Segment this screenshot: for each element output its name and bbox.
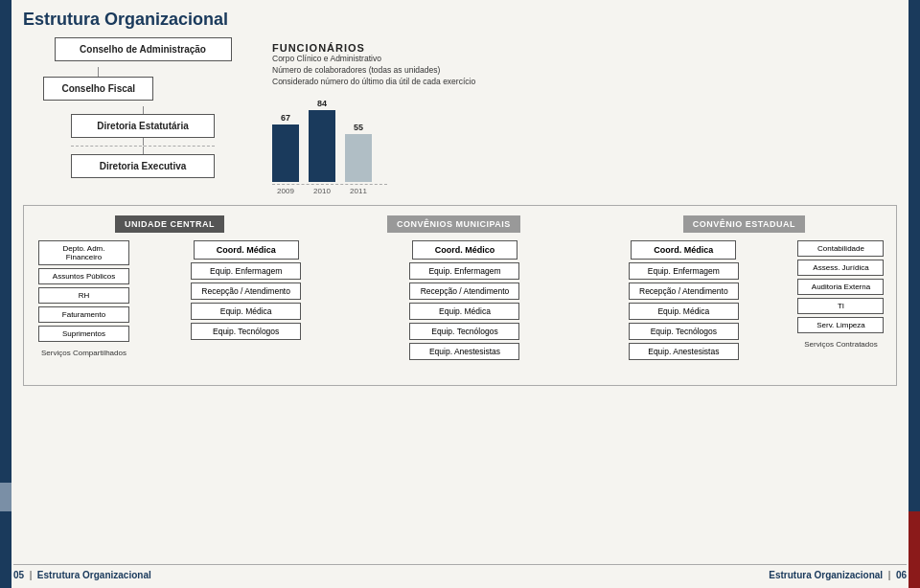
bar-2010-value: 84 (317, 99, 327, 108)
page-title: Estrutura Organizacional (23, 10, 897, 30)
coord-1-item-3: Equip. Tecnólogos (409, 323, 519, 340)
coord-0-item-2: Equip. Médica (191, 303, 301, 320)
top-section: Conselho de Administração Conselho Fisca… (23, 37, 897, 195)
coord-col-1: Coord. Médica Equip. Enfermagem Recepção… (139, 240, 353, 340)
func-line2: Número de colaboradores (todas as unidad… (272, 65, 897, 77)
footer-left: 05 | Estrutura Organizacional (13, 570, 151, 580)
footer-right-num: 06 (896, 570, 907, 580)
footer-left-text: Estrutura Organizacional (37, 570, 151, 580)
left-item-0: Depto. Adm. Financeiro (38, 240, 129, 265)
coord-1-item-2: Equip. Médica (409, 303, 519, 320)
left-column: Depto. Adm. Financeiro Assuntos Públicos… (34, 240, 134, 357)
sections-row: UNIDADE CENTRAL CONVÊNIOS MUNICIPAIS CON… (34, 215, 886, 233)
right-accent-bar (908, 0, 920, 588)
year-2009: 2009 (272, 187, 299, 195)
section-convenio-estadual: CONVÊNIO ESTADUAL (683, 215, 805, 233)
bar-2011-value: 55 (354, 123, 363, 132)
year-2010: 2010 (309, 187, 335, 195)
bar-2010-rect (309, 110, 335, 182)
func-title: FUNCIONÁRIOS (272, 42, 897, 54)
right-item-1: Assess. Jurídica (797, 260, 884, 276)
section-convenios-municipais: CONVÊNIOS MUNICIPAIS (387, 215, 520, 233)
coord-title-1: Coord. Médico (412, 240, 518, 260)
coord-0-item-0: Equip. Enfermagem (191, 262, 301, 280)
footer-right: Estrutura Organizacional | 06 (769, 570, 907, 580)
right-item-0: Contabilidade (797, 240, 884, 257)
org-top-left: Conselho de Administração Conselho Fisca… (23, 37, 234, 178)
year-2011: 2011 (345, 187, 372, 195)
coord-2-item-3: Equip. Tecnólogos (629, 323, 739, 340)
footer-right-text: Estrutura Organizacional (769, 570, 883, 580)
bar-2009: 67 (272, 113, 299, 182)
footer: 05 | Estrutura Organizacional Estrutura … (13, 564, 907, 580)
right-column: Contabilidade Assess. Jurídica Auditoria… (795, 240, 886, 349)
coord-0-item-3: Equip. Tecnólogos (191, 323, 301, 340)
coord-col-3: Coord. Médica Equip. Enfermagem Recepção… (577, 240, 791, 375)
bar-2011: 55 (345, 123, 372, 182)
coord-2-item-2: Equip. Médica (629, 303, 739, 320)
bar-2009-rect (272, 124, 299, 182)
section-unidade-central: UNIDADE CENTRAL (115, 215, 224, 233)
diretoria-exec-box: Diretoria Executiva (71, 154, 215, 178)
coord-title-2: Coord. Médica (631, 240, 736, 260)
org-main: UNIDADE CENTRAL CONVÊNIOS MUNICIPAIS CON… (23, 205, 897, 386)
conselho-admin-box: Conselho de Administração (55, 37, 232, 61)
coord-2-item-4: Equip. Anestesistas (629, 343, 739, 360)
coord-1-item-4: Equip. Anestesistas (409, 343, 519, 360)
func-line3: Considerado número do último dia útil de… (272, 77, 897, 88)
left-item-4: Suprimentos (38, 326, 129, 342)
diretoria-estat-box: Diretoria Estatutária (71, 114, 215, 138)
conselho-fiscal-box: Conselho Fiscal (43, 77, 153, 101)
right-item-4: Serv. Limpeza (797, 317, 884, 333)
bar-2010: 84 (309, 99, 335, 182)
coord-1-item-0: Equip. Enfermagem (409, 262, 519, 280)
coord-col-2: Coord. Médico Equip. Enfermagem Recepção… (357, 240, 571, 375)
coord-1-item-1: Recepção / Atendimento (409, 283, 519, 300)
right-item-3: TI (797, 298, 884, 314)
footer-left-num: 05 (13, 570, 24, 580)
funcionarios-section: FUNCIONÁRIOS Corpo Clínico e Administrat… (253, 37, 897, 195)
left-item-3: Faturamento (38, 306, 129, 323)
coord-title-0: Coord. Médica (194, 240, 299, 260)
columns-row: Depto. Adm. Financeiro Assuntos Públicos… (34, 240, 886, 375)
left-item-2: RH (38, 287, 129, 304)
coord-0-item-1: Recepção / Atendimento (191, 283, 301, 300)
left-item-1: Assuntos Públicos (38, 268, 129, 284)
coord-2-item-1: Recepção / Atendimento (629, 283, 739, 300)
coord-2-item-0: Equip. Enfermagem (629, 262, 739, 280)
year-labels: 2009 2010 2011 (272, 187, 897, 195)
right-item-2: Auditoria Externa (797, 279, 884, 295)
right-services: Serviços Contratados (804, 340, 877, 349)
left-accent-bar (0, 0, 12, 588)
bar-2011-rect (345, 134, 372, 182)
bar-2009-value: 67 (281, 113, 290, 123)
func-line1: Corpo Clínico e Administrativo (272, 54, 897, 65)
left-services: Serviços Compartilhados (41, 349, 126, 357)
